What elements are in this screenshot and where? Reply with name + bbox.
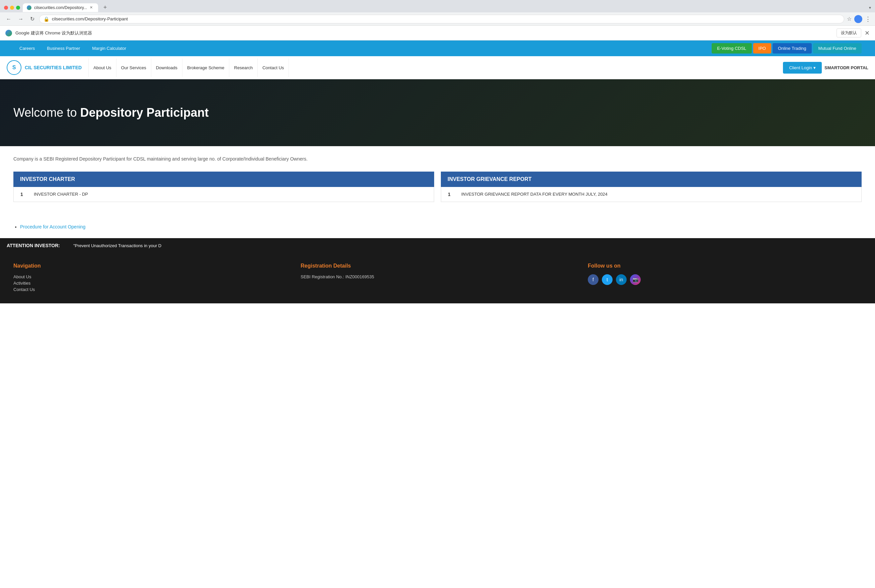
investor-charter-body: 1 INVESTOR CHARTER - DP: [14, 187, 434, 202]
tab-favicon: [27, 5, 32, 10]
client-login-dropdown-icon: ▾: [813, 65, 816, 70]
profile-icon[interactable]: [854, 15, 862, 23]
online-trading-button[interactable]: Online Trading: [773, 43, 812, 54]
tables-row: INVESTOR CHARTER 1 INVESTOR CHARTER - DP…: [14, 172, 861, 202]
footer-navigation-title: Navigation: [14, 263, 287, 269]
forward-button[interactable]: →: [16, 15, 26, 23]
social-icons-row: f t in 📷: [588, 274, 861, 285]
about-us-link[interactable]: About Us: [89, 58, 116, 77]
investor-charter-table: INVESTOR CHARTER 1 INVESTOR CHARTER - DP: [14, 172, 434, 202]
footer-navigation-section: Navigation About Us Activities Contact U…: [14, 263, 287, 293]
evoting-cdsl-button[interactable]: E-Voting CDSL: [712, 43, 752, 54]
footer-grid: Navigation About Us Activities Contact U…: [14, 263, 861, 293]
footer-registration-title: Registration Details: [301, 263, 574, 269]
tab-title: cilsecurities.com/Depository...: [34, 5, 87, 10]
footer-sebi-reg-no: SEBI Registration No.: INZ000169535: [301, 274, 574, 279]
investor-grievance-table: INVESTOR GRIEVANCE REPORT 1 INVESTOR GRI…: [441, 172, 861, 202]
back-button[interactable]: ←: [4, 15, 14, 23]
row-number: 1: [20, 192, 27, 197]
client-login-button[interactable]: Client Login ▾: [783, 62, 822, 74]
investor-grievance-header: INVESTOR GRIEVANCE REPORT: [441, 172, 861, 187]
careers-link[interactable]: Careers: [14, 42, 41, 55]
tab-close-btn[interactable]: ✕: [90, 5, 93, 10]
maximize-window-btn[interactable]: [16, 6, 20, 10]
main-nav-links: About Us Our Services Downloads Brokerag…: [89, 58, 780, 77]
facebook-icon[interactable]: f: [588, 274, 598, 285]
ipo-button[interactable]: IPO: [753, 43, 771, 54]
footer: Navigation About Us Activities Contact U…: [0, 253, 875, 303]
logo-letter: S: [12, 64, 16, 70]
hero-title-normal: Welcome to: [14, 106, 80, 119]
margin-calculator-link[interactable]: Margin Calculator: [86, 42, 132, 55]
our-services-link[interactable]: Our Services: [116, 58, 151, 77]
main-nav: S CIL SECURITIES LIMITED About Us Our Se…: [0, 56, 875, 79]
downloads-link[interactable]: Downloads: [151, 58, 182, 77]
website-content: Careers Business Partner Margin Calculat…: [0, 40, 875, 303]
browser-tab[interactable]: cilsecurities.com/Depository... ✕: [23, 3, 98, 12]
window-controls: [4, 6, 20, 10]
new-tab-button[interactable]: +: [101, 3, 110, 12]
url-display[interactable]: cilsecurities.com/Depository-Participant: [52, 16, 840, 21]
attention-label: ATTENTION INVESTOR:: [0, 238, 67, 253]
notification-bar: Google 建议将 Chrome 设为默认浏览器 设为默认 ✕: [0, 26, 875, 40]
attention-ticker-text: "Prevent Unauthorized Transactions in yo…: [67, 238, 168, 253]
browser-address-bar: ← → ↻ 🔒 cilsecurities.com/Depository-Par…: [0, 12, 875, 26]
close-window-btn[interactable]: [4, 6, 8, 10]
logo-company-name: CIL SECURITIES LIMITED: [25, 65, 82, 70]
footer-social-title: Follow us on: [588, 263, 861, 269]
logo-area[interactable]: S CIL SECURITIES LIMITED: [7, 56, 82, 79]
logo-text-area: CIL SECURITIES LIMITED: [25, 65, 82, 70]
hero-title: Welcome to Depository Participant: [14, 106, 209, 120]
instagram-icon[interactable]: 📷: [630, 274, 641, 285]
row-number: 1: [448, 192, 454, 197]
linkedin-icon[interactable]: in: [616, 274, 627, 285]
address-bar[interactable]: 🔒 cilsecurities.com/Depository-Participa…: [39, 15, 844, 23]
top-nav-buttons: E-Voting CDSL IPO Online Trading Mutual …: [712, 40, 861, 56]
extensions-dropdown[interactable]: ▾: [869, 5, 871, 10]
notification-close-button[interactable]: ✕: [864, 29, 870, 37]
set-default-button[interactable]: 设为默认: [836, 28, 861, 38]
hero-title-bold: Depository Participant: [80, 106, 209, 119]
hero-section: Welcome to Depository Participant: [0, 79, 875, 146]
list-item: Procedure for Account Opening: [20, 224, 861, 230]
links-section: Procedure for Account Opening: [0, 224, 875, 238]
footer-contact-us-link[interactable]: Contact Us: [14, 287, 287, 292]
top-nav-links: Careers Business Partner Margin Calculat…: [14, 42, 132, 55]
research-link[interactable]: Research: [229, 58, 258, 77]
footer-social-section: Follow us on f t in 📷: [588, 263, 861, 293]
bookmark-button[interactable]: ☆: [847, 16, 852, 22]
business-partner-link[interactable]: Business Partner: [41, 42, 86, 55]
footer-activities-link[interactable]: Activities: [14, 280, 287, 286]
investor-charter-header: INVESTOR CHARTER: [14, 172, 434, 187]
footer-about-us-link[interactable]: About Us: [14, 274, 287, 279]
table-row[interactable]: 1 INVESTOR CHARTER - DP: [14, 187, 434, 202]
minimize-window-btn[interactable]: [10, 6, 14, 10]
chrome-notification-icon: [5, 30, 12, 36]
brokerage-scheme-link[interactable]: Brokerage Scheme: [182, 58, 229, 77]
smartodr-portal-link[interactable]: SMARTODR PORTAL: [824, 65, 868, 70]
footer-registration-section: Registration Details SEBI Registration N…: [301, 263, 574, 293]
table-row[interactable]: 1 INVESTOR GRIEVANCE REPORT DATA FOR EVE…: [441, 187, 861, 202]
lock-icon: 🔒: [44, 16, 49, 22]
procedure-links-list: Procedure for Account Opening: [14, 224, 861, 230]
description-text: Company is a SEBI Registered Depository …: [14, 156, 861, 162]
procedure-account-opening-link[interactable]: Procedure for Account Opening: [20, 224, 85, 230]
logo-icon: S: [7, 60, 21, 75]
client-login-label: Client Login: [789, 65, 812, 70]
contact-us-link[interactable]: Contact Us: [258, 58, 289, 77]
browser-tab-bar: cilsecurities.com/Depository... ✕ + ▾: [0, 0, 875, 12]
attention-bar: ATTENTION INVESTOR: "Prevent Unauthorize…: [0, 238, 875, 253]
investor-grievance-data-link[interactable]: INVESTOR GRIEVANCE REPORT DATA FOR EVERY…: [461, 192, 607, 196]
investor-charter-dp-link[interactable]: INVESTOR CHARTER - DP: [34, 192, 88, 196]
content-section: Company is a SEBI Registered Depository …: [0, 146, 875, 222]
twitter-icon[interactable]: t: [602, 274, 613, 285]
browser-chrome: cilsecurities.com/Depository... ✕ + ▾ ← …: [0, 0, 875, 26]
mutual-fund-button[interactable]: Mutual Fund Online: [813, 43, 861, 54]
refresh-button[interactable]: ↻: [28, 14, 36, 23]
notification-text: Google 建议将 Chrome 设为默认浏览器: [15, 30, 833, 36]
top-nav: Careers Business Partner Margin Calculat…: [0, 40, 875, 56]
browser-menu-button[interactable]: ⋮: [865, 15, 871, 23]
investor-grievance-body: 1 INVESTOR GRIEVANCE REPORT DATA FOR EVE…: [441, 187, 861, 202]
